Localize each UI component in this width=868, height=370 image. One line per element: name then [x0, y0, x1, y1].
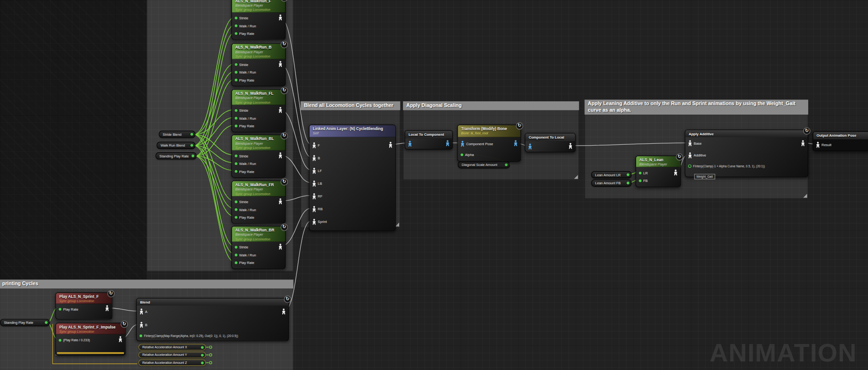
output-pin-dot[interactable]: [627, 181, 630, 184]
pose-output-pin[interactable]: [278, 198, 282, 205]
pose-output-pin[interactable]: [278, 152, 282, 158]
node-als-n-walkrun-f[interactable]: ↻ ALS_N_WalkRun_F Blendspace Player Sync…: [231, 0, 286, 40]
node-linked-anim-layer-cycleblending[interactable]: Linked Anim Layer: (N) CycleBlending Sel…: [309, 124, 396, 231]
pose-input-pin[interactable]: [312, 167, 316, 173]
pose-input-pin[interactable]: [525, 142, 575, 150]
pin-play-rate[interactable]: Play Rate: [232, 29, 285, 37]
pin-walk-run[interactable]: Walk / Run: [232, 206, 285, 213]
comment-title[interactable]: Apply Leaning Additive to only the Run a…: [585, 99, 809, 115]
pose-output-pin[interactable]: [389, 142, 393, 148]
comment-title[interactable]: printing Cycles: [0, 280, 294, 288]
pin-play-rate[interactable]: Play Rate: [232, 259, 285, 266]
pin-play-rate[interactable]: Play Rate: [56, 305, 112, 312]
pin-rb[interactable]: RB: [310, 202, 395, 215]
node-play-als-n-sprint-f-impulse[interactable]: ↻ Play ALS_N_Sprint_F_Impulse Sync group…: [55, 323, 125, 355]
pin-b[interactable]: B: [310, 151, 395, 164]
output-pin-dot[interactable]: [190, 133, 193, 136]
pill-lean-amount-fb[interactable]: Lean Amount FB: [591, 180, 632, 187]
comment-resize-handle[interactable]: [803, 194, 807, 198]
pill-lean-amount-lr[interactable]: Lean Amount LR: [591, 171, 632, 178]
pill-stride-blend[interactable]: Stride Blend: [159, 131, 196, 138]
output-pin-dot[interactable]: [190, 144, 193, 147]
pin-sprint[interactable]: Sprint: [310, 215, 395, 228]
pin-stride[interactable]: Stride: [232, 197, 285, 205]
pin-alpha-expression[interactable]: FInterp(Clamp(Map Range(Alpha, in(0: 0.2…: [137, 332, 288, 339]
pin-rf[interactable]: RF: [310, 189, 395, 202]
pin-walk-run[interactable]: Walk / Run: [232, 68, 285, 75]
pin-stride[interactable]: Stride: [232, 152, 285, 159]
pill-rel-accel-z[interactable]: Relative Acceleration Amount Z: [139, 359, 206, 366]
output-pin-dot[interactable]: [201, 354, 204, 356]
output-pin-dot[interactable]: [201, 362, 204, 364]
pose-input-pin[interactable]: [139, 308, 143, 314]
node-transform-modify-bone[interactable]: ↻ Transform (Modify) Bone Bone: ik_foot_…: [457, 124, 521, 162]
pin-play-rate[interactable]: Play Rate: [232, 167, 285, 175]
pin-walk-run[interactable]: Walk / Run: [232, 159, 285, 167]
output-pin-dot[interactable]: [627, 173, 630, 176]
node-output-animation-pose[interactable]: Output Animation Pose Result: [813, 131, 868, 151]
pin-play-rate[interactable]: Play Rate: [232, 122, 285, 129]
node-play-als-n-sprint-f[interactable]: ↻ Play ALS_N_Sprint_F Sync group Locomot…: [55, 292, 112, 320]
pin-walk-run[interactable]: Walk / Run: [232, 251, 285, 258]
pin-f[interactable]: F: [310, 139, 395, 151]
curve-name-chip[interactable]: Weight_Gait: [694, 174, 715, 180]
comment-resize-handle[interactable]: [395, 222, 399, 226]
pin-alpha[interactable]: Alpha: [458, 151, 521, 158]
pose-input-pin[interactable]: [312, 142, 316, 148]
pose-input-pin[interactable]: [312, 193, 316, 199]
pin-stride[interactable]: Stride: [232, 14, 285, 21]
pin-component-pose[interactable]: Component Pose: [458, 140, 521, 147]
pin-stride[interactable]: Stride: [232, 60, 285, 68]
node-apply-additive[interactable]: ↻ Apply Additive Base Additive FInterp(C…: [685, 130, 808, 177]
pin-stride[interactable]: Stride: [232, 107, 285, 114]
pose-input-pin[interactable]: [139, 322, 143, 328]
pose-output-pin[interactable]: [278, 244, 282, 250]
pose-output-pin[interactable]: [514, 140, 517, 146]
pin-a[interactable]: A: [137, 308, 288, 315]
pin-walk-run[interactable]: Walk / Run: [232, 22, 285, 29]
pin-play-rate[interactable]: Play Rate: [232, 213, 285, 221]
node-blend[interactable]: ↻ Blend A B FInterp(Clamp(Map Range(Alph…: [136, 298, 289, 341]
pose-input-pin[interactable]: [688, 140, 692, 146]
pose-output-pin[interactable]: [674, 169, 678, 175]
comment-title[interactable]: Apply Diagonal Scaling: [403, 101, 579, 110]
pose-input-pin[interactable]: [312, 180, 316, 186]
pill-rel-accel-x[interactable]: Relative Acceleration Amount X: [139, 344, 206, 351]
pose-input-pin[interactable]: [816, 141, 820, 148]
pose-output-pin[interactable]: [282, 308, 286, 314]
pin-walk-run[interactable]: Walk / Run: [232, 114, 285, 122]
pin-result[interactable]: Result: [813, 140, 868, 148]
pose-output-pin[interactable]: [278, 61, 282, 67]
output-pin-dot[interactable]: [201, 346, 204, 349]
output-pin-dot[interactable]: [505, 164, 508, 166]
output-pin-dot[interactable]: [45, 321, 48, 324]
pin-b[interactable]: B: [137, 321, 288, 328]
node-als-n-walkrun-bl[interactable]: ↻ ALS_N_WalkRun_BL Blendspace Player Syn…: [231, 134, 286, 178]
node-als-n-walkrun-br[interactable]: ↻ ALS_N_WalkRun_BR Blendspace Player Syn…: [231, 226, 286, 269]
node-als-n-lean[interactable]: ↻ ALS_N_Lean Blendspace Player LR FB: [636, 156, 681, 187]
pin-base[interactable]: Base: [685, 140, 808, 147]
pose-input-pin[interactable]: [312, 206, 316, 212]
node-als-n-walkrun-b[interactable]: ↻ ALS_N_WalkRun_B Blendspace Player Sync…: [231, 43, 286, 87]
pill-walk-run-blend[interactable]: Walk Run Blend: [156, 142, 195, 149]
pin-play-rate-expression[interactable]: (Play Rate / 0.233): [56, 336, 125, 344]
pill-standing-play-rate[interactable]: Standing Play Rate: [156, 152, 197, 159]
pose-output-pin[interactable]: [568, 143, 572, 149]
node-als-n-walkrun-fl[interactable]: ↻ ALS_N_WalkRun_FL Blendspace Player Syn…: [231, 89, 286, 132]
pin-play-rate[interactable]: Play Rate: [232, 76, 285, 83]
pose-output-pin[interactable]: [278, 107, 282, 113]
pose-output-pin[interactable]: [801, 140, 805, 146]
node-als-n-walkrun-fr[interactable]: ↻ ALS_N_WalkRun_FR Blendspace Player Syn…: [231, 181, 286, 224]
pose-output-pin[interactable]: [278, 15, 282, 21]
pose-output-pin[interactable]: [118, 336, 122, 342]
node-component-to-local[interactable]: Component To Local: [525, 133, 576, 152]
pin-fb[interactable]: FB: [636, 177, 680, 184]
pose-input-pin[interactable]: [688, 152, 692, 158]
pill-rel-accel-y[interactable]: Relative Acceleration Amount Y: [139, 352, 206, 358]
pin-alpha-expression[interactable]: FInterp(Clamp(-1 + Alpha Curve Name, 0.5…: [685, 162, 808, 169]
pose-output-pin[interactable]: [105, 305, 109, 311]
pin-lb[interactable]: LB: [310, 177, 395, 189]
comment-title[interactable]: Blend all Locomotion Cycles together: [301, 101, 400, 110]
pin-lf[interactable]: LF: [310, 164, 395, 177]
pin-stride[interactable]: Stride: [232, 243, 285, 251]
